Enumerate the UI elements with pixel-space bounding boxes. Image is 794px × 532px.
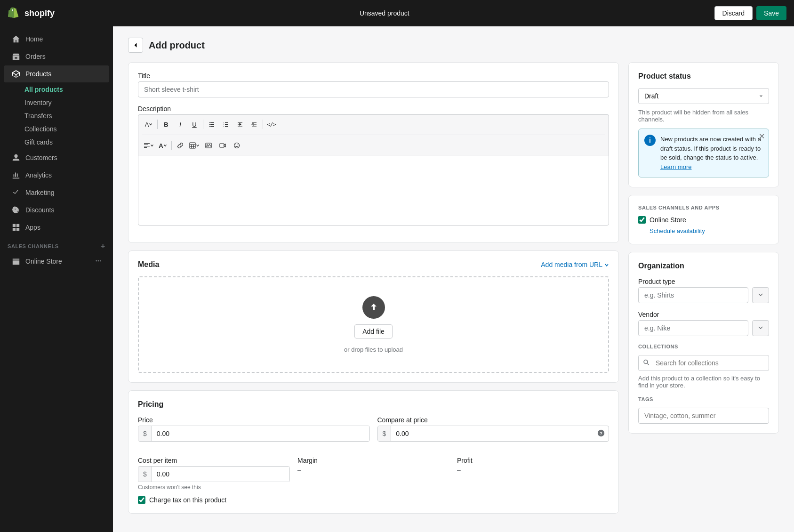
- link-btn[interactable]: [174, 139, 187, 152]
- compare-price-help-icon[interactable]: ?: [597, 429, 609, 438]
- media-dropzone[interactable]: Add file or drop files to upload: [138, 276, 609, 373]
- title-input[interactable]: [138, 81, 609, 97]
- online-store-channel-label[interactable]: Online Store: [650, 216, 686, 224]
- cost-per-item-input[interactable]: [152, 467, 289, 482]
- sidebar-item-apps[interactable]: Apps: [4, 219, 109, 236]
- sidebar-item-home[interactable]: Home: [4, 31, 109, 48]
- product-type-input[interactable]: [638, 287, 748, 303]
- svg-rect-7: [225, 124, 228, 125]
- price-input-wrapper: $: [138, 426, 370, 442]
- svg-point-19: [238, 145, 238, 145]
- image-btn[interactable]: [202, 139, 215, 152]
- tags-title: TAGS: [638, 396, 769, 402]
- sidebar-item-gift-cards[interactable]: Gift cards: [21, 136, 109, 149]
- toolbar-separator: [142, 135, 605, 135]
- banner-close-button[interactable]: ✕: [759, 133, 765, 140]
- sidebar-item-marketing[interactable]: Marketing: [4, 184, 109, 201]
- sidebar-item-products[interactable]: Products: [4, 65, 109, 82]
- title-group: Title: [138, 72, 609, 97]
- sidebar-item-orders[interactable]: Orders: [4, 48, 109, 65]
- topbar-actions: Discard Save: [714, 6, 786, 20]
- vendor-wrapper: [638, 320, 769, 336]
- back-button[interactable]: [128, 38, 143, 53]
- profit-group: Profit –: [457, 457, 609, 491]
- save-button[interactable]: Save: [756, 6, 786, 20]
- discounts-icon: [11, 205, 21, 215]
- svg-rect-12: [144, 147, 147, 148]
- tags-input[interactable]: [638, 408, 769, 424]
- price-input[interactable]: [152, 426, 369, 441]
- indent-btn[interactable]: [233, 118, 247, 131]
- sidebar-item-online-store[interactable]: Online Store: [4, 253, 109, 270]
- video-btn[interactable]: [216, 139, 229, 152]
- add-media-url-label: Add media from URL: [541, 261, 602, 268]
- align-btn[interactable]: [142, 139, 155, 152]
- svg-point-1: [96, 260, 97, 261]
- customers-icon: [11, 153, 21, 162]
- code-btn[interactable]: </>: [265, 118, 278, 131]
- online-store-label: Online Store: [25, 258, 62, 265]
- toolbar-divider-1: [157, 120, 158, 129]
- charge-tax-checkbox[interactable]: [138, 496, 145, 504]
- cost-per-item-wrapper: $: [138, 466, 290, 482]
- sales-channels-title: SALES CHANNELS: [8, 243, 59, 249]
- sidebar-item-all-products[interactable]: All products: [21, 83, 109, 96]
- product-type-group: Product type: [638, 278, 769, 303]
- sales-channels-section: SALES CHANNELS +: [0, 236, 113, 252]
- discard-button[interactable]: Discard: [714, 6, 753, 20]
- italic-btn[interactable]: I: [174, 118, 187, 131]
- svg-point-17: [234, 143, 240, 148]
- learn-more-link[interactable]: Learn more: [660, 163, 691, 170]
- topbar: shopify Unsaved product Discard Save: [0, 0, 794, 26]
- vendor-input[interactable]: [638, 320, 748, 336]
- svg-point-18: [236, 145, 236, 145]
- content-grid: Title Description A: [128, 62, 779, 521]
- list-unordered-btn[interactable]: [205, 118, 218, 131]
- compare-price-wrapper: $ ?: [377, 426, 610, 442]
- svg-point-22: [644, 360, 648, 364]
- sidebar-item-customers[interactable]: Customers: [4, 149, 109, 166]
- sidebar-customers-label: Customers: [25, 154, 57, 161]
- table-btn[interactable]: [188, 139, 201, 152]
- sidebar-item-collections[interactable]: Collections: [21, 122, 109, 136]
- add-file-button[interactable]: Add file: [354, 324, 393, 339]
- drop-text: or drop files to upload: [344, 346, 403, 353]
- add-media-url-link[interactable]: Add media from URL: [541, 261, 609, 268]
- compare-price-input[interactable]: [391, 426, 597, 441]
- products-subnav: All products Inventory Transfers Collect…: [0, 83, 113, 149]
- sidebar-item-discounts[interactable]: Discounts: [4, 202, 109, 218]
- price-label: Price: [138, 416, 370, 424]
- description-editor-body[interactable]: [138, 155, 609, 226]
- schedule-availability-link[interactable]: Schedule availability: [650, 227, 769, 234]
- format-paragraph-btn[interactable]: A: [142, 118, 155, 131]
- product-status-select[interactable]: Draft Active: [638, 88, 769, 104]
- media-title: Media: [138, 260, 159, 269]
- online-store-checkbox[interactable]: [638, 216, 646, 224]
- title-card: Title Description A: [128, 62, 619, 243]
- emoji-btn[interactable]: [230, 139, 243, 152]
- editor-toolbar: A B I U: [138, 114, 609, 155]
- pricing-title: Pricing: [138, 400, 609, 409]
- outdent-btn[interactable]: [248, 118, 261, 131]
- underline-btn[interactable]: U: [188, 118, 201, 131]
- svg-point-2: [100, 260, 101, 261]
- bold-btn[interactable]: B: [160, 118, 173, 131]
- sidebar-marketing-label: Marketing: [25, 189, 54, 196]
- add-sales-channel-icon[interactable]: +: [101, 242, 105, 250]
- collections-search-input[interactable]: [638, 355, 769, 371]
- svg-text:3.: 3.: [223, 125, 225, 128]
- svg-rect-16: [220, 144, 224, 147]
- sidebar-home-label: Home: [25, 35, 43, 43]
- font-color-btn[interactable]: A: [156, 139, 169, 152]
- vendor-stepper[interactable]: [752, 320, 769, 336]
- charge-tax-label[interactable]: Charge tax on this product: [149, 496, 226, 504]
- sidebar-item-transfers[interactable]: Transfers: [21, 109, 109, 122]
- sidebar-item-inventory[interactable]: Inventory: [21, 96, 109, 109]
- online-store-settings-icon[interactable]: [95, 258, 102, 266]
- list-ordered-btn[interactable]: 1.2.3.: [219, 118, 233, 131]
- sidebar-item-analytics[interactable]: Analytics: [4, 167, 109, 184]
- product-status-hint: This product will be hidden from all sal…: [638, 109, 769, 123]
- product-type-stepper[interactable]: [752, 287, 769, 303]
- price-currency-symbol: $: [138, 426, 152, 441]
- sales-channels-label: SALES CHANNELS AND APPS: [638, 205, 769, 210]
